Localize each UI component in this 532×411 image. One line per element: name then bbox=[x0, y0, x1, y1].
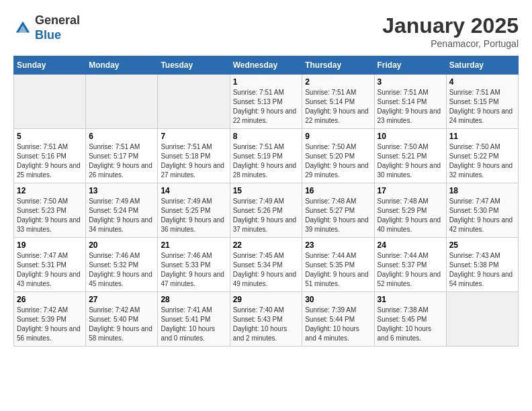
day-cell: 10Sunrise: 7:50 AMSunset: 5:21 PMDayligh… bbox=[374, 129, 446, 183]
day-info: Sunrise: 7:50 AMSunset: 5:23 PMDaylight:… bbox=[17, 197, 83, 234]
day-info: Sunrise: 7:51 AMSunset: 5:14 PMDaylight:… bbox=[305, 88, 371, 126]
day-number: 11 bbox=[449, 132, 515, 141]
day-info: Sunrise: 7:45 AMSunset: 5:34 PMDaylight:… bbox=[233, 251, 300, 289]
day-number: 25 bbox=[449, 240, 515, 250]
location: Penamacor, Portugal bbox=[382, 38, 519, 49]
day-number: 17 bbox=[378, 186, 443, 195]
week-row-4: 19Sunrise: 7:47 AMSunset: 5:31 PMDayligh… bbox=[14, 238, 519, 292]
day-cell: 6Sunrise: 7:51 AMSunset: 5:17 PMDaylight… bbox=[86, 129, 158, 183]
day-number: 23 bbox=[305, 240, 371, 250]
day-cell: 26Sunrise: 7:42 AMSunset: 5:39 PMDayligh… bbox=[14, 292, 86, 347]
day-cell: 3Sunrise: 7:51 AMSunset: 5:14 PMDaylight… bbox=[374, 75, 446, 129]
day-info: Sunrise: 7:42 AMSunset: 5:39 PMDaylight:… bbox=[17, 306, 83, 343]
day-cell bbox=[86, 75, 158, 129]
logo: General Blue bbox=[13, 13, 80, 42]
day-info: Sunrise: 7:47 AMSunset: 5:30 PMDaylight:… bbox=[449, 197, 515, 234]
day-number: 18 bbox=[449, 186, 515, 195]
day-number: 10 bbox=[378, 132, 443, 141]
day-info: Sunrise: 7:46 AMSunset: 5:32 PMDaylight:… bbox=[89, 251, 154, 289]
day-cell: 25Sunrise: 7:43 AMSunset: 5:38 PMDayligh… bbox=[446, 238, 518, 292]
day-info: Sunrise: 7:43 AMSunset: 5:38 PMDaylight:… bbox=[449, 251, 515, 289]
day-number: 22 bbox=[233, 240, 300, 250]
day-number: 16 bbox=[305, 186, 371, 195]
day-cell: 16Sunrise: 7:48 AMSunset: 5:27 PMDayligh… bbox=[302, 183, 374, 238]
day-header-saturday: Saturday bbox=[446, 56, 518, 75]
day-number: 31 bbox=[378, 295, 443, 304]
day-info: Sunrise: 7:51 AMSunset: 5:15 PMDaylight:… bbox=[449, 88, 515, 126]
logo-general-text: General bbox=[35, 13, 80, 27]
day-number: 13 bbox=[89, 186, 154, 195]
day-cell bbox=[446, 292, 518, 347]
day-info: Sunrise: 7:51 AMSunset: 5:16 PMDaylight:… bbox=[17, 142, 83, 180]
day-info: Sunrise: 7:49 AMSunset: 5:24 PMDaylight:… bbox=[89, 197, 154, 234]
day-number: 19 bbox=[17, 240, 83, 250]
week-row-2: 5Sunrise: 7:51 AMSunset: 5:16 PMDaylight… bbox=[14, 129, 519, 183]
day-number: 24 bbox=[378, 240, 443, 250]
day-info: Sunrise: 7:49 AMSunset: 5:25 PMDaylight:… bbox=[161, 197, 226, 234]
day-cell: 11Sunrise: 7:50 AMSunset: 5:22 PMDayligh… bbox=[446, 129, 518, 183]
day-header-wednesday: Wednesday bbox=[230, 56, 302, 75]
day-cell: 19Sunrise: 7:47 AMSunset: 5:31 PMDayligh… bbox=[14, 238, 86, 292]
day-info: Sunrise: 7:51 AMSunset: 5:13 PMDaylight:… bbox=[233, 88, 300, 126]
day-header-friday: Friday bbox=[374, 56, 446, 75]
day-number: 2 bbox=[305, 77, 371, 87]
month-title: January 2025 bbox=[382, 13, 519, 38]
title-block: January 2025 Penamacor, Portugal bbox=[382, 13, 519, 49]
day-number: 27 bbox=[89, 295, 154, 304]
day-number: 7 bbox=[161, 132, 226, 141]
day-info: Sunrise: 7:38 AMSunset: 5:45 PMDaylight:… bbox=[378, 306, 443, 343]
day-cell: 2Sunrise: 7:51 AMSunset: 5:14 PMDaylight… bbox=[302, 75, 374, 129]
logo-blue-text: Blue bbox=[35, 28, 61, 42]
day-cell bbox=[158, 75, 230, 129]
day-info: Sunrise: 7:47 AMSunset: 5:31 PMDaylight:… bbox=[17, 251, 83, 289]
day-info: Sunrise: 7:49 AMSunset: 5:26 PMDaylight:… bbox=[233, 197, 300, 234]
day-info: Sunrise: 7:39 AMSunset: 5:44 PMDaylight:… bbox=[305, 306, 371, 343]
day-header-tuesday: Tuesday bbox=[158, 56, 230, 75]
week-row-3: 12Sunrise: 7:50 AMSunset: 5:23 PMDayligh… bbox=[14, 183, 519, 238]
day-number: 6 bbox=[89, 132, 154, 141]
logo-icon bbox=[13, 19, 32, 38]
day-cell: 22Sunrise: 7:45 AMSunset: 5:34 PMDayligh… bbox=[230, 238, 302, 292]
day-cell: 15Sunrise: 7:49 AMSunset: 5:26 PMDayligh… bbox=[230, 183, 302, 238]
day-number: 12 bbox=[17, 186, 83, 195]
week-row-1: 1Sunrise: 7:51 AMSunset: 5:13 PMDaylight… bbox=[14, 75, 519, 129]
calendar-table: SundayMondayTuesdayWednesdayThursdayFrid… bbox=[13, 56, 519, 347]
day-number: 20 bbox=[89, 240, 154, 250]
day-number: 5 bbox=[17, 132, 83, 141]
day-info: Sunrise: 7:51 AMSunset: 5:17 PMDaylight:… bbox=[89, 142, 154, 180]
day-number: 29 bbox=[233, 295, 300, 304]
day-info: Sunrise: 7:46 AMSunset: 5:33 PMDaylight:… bbox=[161, 251, 226, 289]
day-cell: 18Sunrise: 7:47 AMSunset: 5:30 PMDayligh… bbox=[446, 183, 518, 238]
day-number: 1 bbox=[233, 77, 300, 87]
day-header-sunday: Sunday bbox=[14, 56, 86, 75]
day-info: Sunrise: 7:51 AMSunset: 5:14 PMDaylight:… bbox=[378, 88, 443, 126]
day-info: Sunrise: 7:42 AMSunset: 5:40 PMDaylight:… bbox=[89, 306, 154, 343]
day-cell: 24Sunrise: 7:44 AMSunset: 5:37 PMDayligh… bbox=[374, 238, 446, 292]
day-info: Sunrise: 7:40 AMSunset: 5:43 PMDaylight:… bbox=[233, 306, 300, 343]
day-number: 21 bbox=[161, 240, 226, 250]
day-info: Sunrise: 7:50 AMSunset: 5:22 PMDaylight:… bbox=[449, 142, 515, 180]
day-cell: 20Sunrise: 7:46 AMSunset: 5:32 PMDayligh… bbox=[86, 238, 158, 292]
header-row: SundayMondayTuesdayWednesdayThursdayFrid… bbox=[14, 56, 519, 75]
day-cell: 21Sunrise: 7:46 AMSunset: 5:33 PMDayligh… bbox=[158, 238, 230, 292]
day-cell bbox=[14, 75, 86, 129]
day-cell: 14Sunrise: 7:49 AMSunset: 5:25 PMDayligh… bbox=[158, 183, 230, 238]
day-info: Sunrise: 7:51 AMSunset: 5:19 PMDaylight:… bbox=[233, 142, 300, 180]
day-info: Sunrise: 7:48 AMSunset: 5:29 PMDaylight:… bbox=[378, 197, 443, 234]
day-cell: 4Sunrise: 7:51 AMSunset: 5:15 PMDaylight… bbox=[446, 75, 518, 129]
day-info: Sunrise: 7:50 AMSunset: 5:21 PMDaylight:… bbox=[378, 142, 443, 180]
day-info: Sunrise: 7:50 AMSunset: 5:20 PMDaylight:… bbox=[305, 142, 371, 180]
day-info: Sunrise: 7:44 AMSunset: 5:35 PMDaylight:… bbox=[305, 251, 371, 289]
day-info: Sunrise: 7:51 AMSunset: 5:18 PMDaylight:… bbox=[161, 142, 226, 180]
day-number: 14 bbox=[161, 186, 226, 195]
day-cell: 29Sunrise: 7:40 AMSunset: 5:43 PMDayligh… bbox=[230, 292, 302, 347]
day-cell: 5Sunrise: 7:51 AMSunset: 5:16 PMDaylight… bbox=[14, 129, 86, 183]
day-cell: 23Sunrise: 7:44 AMSunset: 5:35 PMDayligh… bbox=[302, 238, 374, 292]
day-info: Sunrise: 7:41 AMSunset: 5:41 PMDaylight:… bbox=[161, 306, 226, 343]
day-cell: 13Sunrise: 7:49 AMSunset: 5:24 PMDayligh… bbox=[86, 183, 158, 238]
day-header-monday: Monday bbox=[86, 56, 158, 75]
day-number: 4 bbox=[449, 77, 515, 87]
day-number: 26 bbox=[17, 295, 83, 304]
day-cell: 28Sunrise: 7:41 AMSunset: 5:41 PMDayligh… bbox=[158, 292, 230, 347]
day-info: Sunrise: 7:44 AMSunset: 5:37 PMDaylight:… bbox=[378, 251, 443, 289]
